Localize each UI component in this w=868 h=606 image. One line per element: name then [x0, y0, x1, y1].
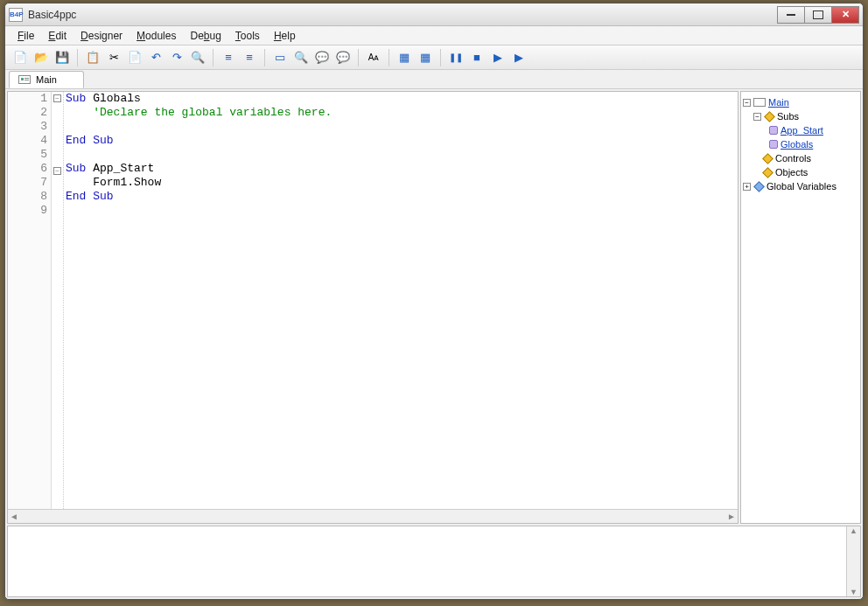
menu-modules[interactable]: Modules [130, 28, 183, 44]
app-icon: B4P [9, 8, 23, 22]
menu-designer[interactable]: Designer [74, 28, 130, 44]
tree-label[interactable]: Main [768, 97, 789, 108]
step-button[interactable]: ▶ [488, 48, 508, 67]
toolbar-separator [388, 49, 389, 66]
tab-label: Main [36, 74, 57, 85]
tree-label[interactable]: Globals [780, 139, 813, 150]
fold-column[interactable]: −− [52, 92, 64, 509]
tree-toggle[interactable]: − [743, 99, 751, 107]
tree-toggle[interactable]: + [743, 183, 751, 191]
code-line[interactable]: Sub App_Start [66, 162, 738, 176]
toolbar-separator [77, 49, 78, 66]
comment-button[interactable]: 💬 [312, 48, 332, 67]
run-button[interactable]: ▶ [509, 48, 528, 67]
tabbar: Main [5, 70, 863, 89]
tree-node-globals[interactable]: Globals [743, 137, 858, 151]
scroll-up-icon[interactable]: ▲ [850, 526, 858, 535]
tree-label: Objects [775, 167, 808, 178]
code-line[interactable]: Form1.Show [66, 176, 738, 190]
scroll-down-icon[interactable]: ▼ [850, 588, 858, 596]
outdent-button[interactable]: ≡ [219, 48, 238, 67]
toolbar-separator [213, 49, 214, 66]
paste-button[interactable]: 📄 [125, 48, 144, 67]
menu-tools[interactable]: Tools [228, 28, 267, 44]
window-title: Basic4ppc [28, 9, 76, 21]
app-window: B4P Basic4ppc File Edit Designer Modules… [4, 3, 864, 600]
diamond-icon [762, 167, 774, 178]
menu-file[interactable]: File [10, 28, 41, 44]
tree-node-app-start[interactable]: App_Start [743, 123, 858, 137]
indent-button[interactable]: ≡ [240, 48, 259, 67]
minimize-button[interactable] [777, 6, 805, 24]
module-icon [753, 98, 766, 107]
save-button[interactable]: 💾 [52, 48, 72, 67]
tree-label: Global Variables [766, 181, 836, 192]
tree-node-global-variables[interactable]: + Global Variables [743, 179, 858, 193]
toolbar: 📄 📂 💾 📋 ✂ 📄 ↶ ↷ 🔍 ≡ ≡ ▭ 🔍 💬 💬 Aᴀ ▦ ▦ ❚❚ … [5, 45, 863, 70]
code-line[interactable] [66, 148, 738, 162]
bookmark-toggle-button[interactable]: ▦ [395, 48, 414, 67]
output-pane[interactable]: ▲ ▼ [7, 526, 861, 597]
pause-button[interactable]: ❚❚ [446, 48, 466, 67]
menu-edit[interactable]: Edit [41, 28, 74, 44]
find-button[interactable]: 🔍 [188, 48, 207, 67]
open-button[interactable]: 📂 [32, 48, 51, 67]
stop-button[interactable]: ■ [467, 48, 486, 67]
sub-icon [769, 126, 778, 135]
undo-button[interactable]: ↶ [146, 48, 165, 67]
project-tree[interactable]: − Main − Subs App_Start Globals [740, 91, 861, 524]
code-line[interactable]: 'Declare the global variables here. [66, 106, 738, 120]
code-line[interactable] [66, 120, 738, 134]
cut-button[interactable]: ✂ [104, 48, 123, 67]
code-editor[interactable]: 123456789 −− Sub Globals 'Declare the gl… [8, 92, 738, 509]
code-line[interactable] [66, 204, 738, 218]
tab-main[interactable]: Main [9, 71, 84, 88]
uncomment-button[interactable]: 💬 [333, 48, 353, 67]
menubar: File Edit Designer Modules Debug Tools H… [5, 26, 863, 45]
module-icon [18, 75, 31, 84]
horizontal-scrollbar[interactable]: ◄ ► [8, 509, 738, 523]
tree-node-objects[interactable]: Objects [743, 165, 858, 179]
titlebar[interactable]: B4P Basic4ppc [5, 3, 863, 26]
tree-label[interactable]: App_Start [780, 125, 823, 136]
toolbar-separator [264, 49, 265, 66]
code-line[interactable]: Sub Globals [66, 92, 738, 106]
close-button[interactable] [831, 6, 859, 24]
new-button[interactable]: 📄 [10, 48, 30, 67]
menu-help[interactable]: Help [267, 28, 303, 44]
code-line[interactable]: End Sub [66, 134, 738, 148]
scroll-left-icon[interactable]: ◄ [10, 512, 18, 521]
form-button[interactable]: ▭ [270, 48, 290, 67]
tree-label: Controls [775, 153, 811, 164]
tree-node-main[interactable]: − Main [743, 95, 858, 109]
design-button[interactable]: 🔍 [291, 48, 311, 67]
menu-debug[interactable]: Debug [183, 28, 228, 44]
code-lines[interactable]: Sub Globals 'Declare the global variable… [64, 92, 738, 509]
main-area: 123456789 −− Sub Globals 'Declare the gl… [5, 89, 863, 526]
scroll-right-icon[interactable]: ► [727, 512, 736, 521]
editor-pane: 123456789 −− Sub Globals 'Declare the gl… [7, 91, 738, 524]
tree-toggle[interactable]: − [753, 113, 761, 121]
redo-button[interactable]: ↷ [167, 48, 186, 67]
diamond-icon [762, 153, 774, 164]
tree-node-controls[interactable]: Controls [743, 151, 858, 165]
copy-button[interactable]: 📋 [83, 48, 102, 67]
diamond-icon [764, 111, 775, 122]
maximize-button[interactable] [804, 6, 832, 24]
fold-toggle[interactable]: − [53, 167, 61, 175]
tree-node-subs[interactable]: − Subs [743, 109, 858, 123]
code-line[interactable]: End Sub [66, 190, 738, 204]
tree-label: Subs [777, 111, 799, 122]
toolbar-separator [440, 49, 441, 66]
fold-toggle[interactable]: − [53, 94, 61, 102]
sub-icon [769, 140, 778, 149]
diamond-icon [753, 181, 765, 192]
vertical-scrollbar[interactable]: ▲ ▼ [846, 526, 860, 596]
bookmark-next-button[interactable]: ▦ [416, 48, 435, 67]
window-controls [778, 6, 859, 24]
toolbar-separator [358, 49, 359, 66]
line-gutter: 123456789 [8, 92, 52, 509]
font-button[interactable]: Aᴀ [364, 48, 383, 67]
